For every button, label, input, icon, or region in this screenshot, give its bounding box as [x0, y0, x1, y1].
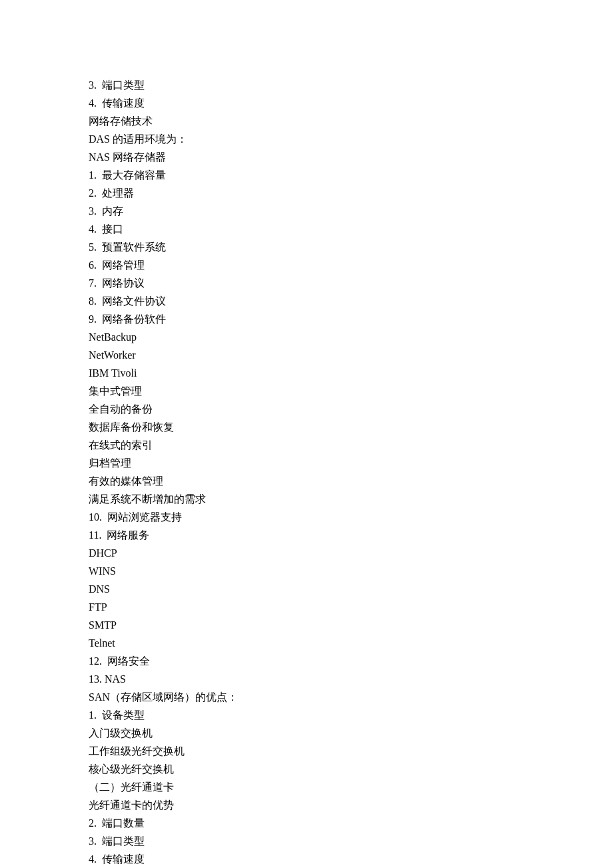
text-line: NetBackup	[89, 328, 613, 346]
text-line: 13. NAS	[89, 670, 613, 688]
text-line: SAN（存储区域网络）的优点：	[89, 688, 613, 706]
text-line: 网络存储技术	[89, 112, 613, 130]
text-line: 4. 传输速度	[89, 850, 613, 868]
text-line: IBM Tivoli	[89, 364, 613, 382]
text-line: 11. 网络服务	[89, 526, 613, 544]
text-line: 入门级交换机	[89, 724, 613, 742]
text-line: 3. 内存	[89, 202, 613, 220]
text-line: 1. 最大存储容量	[89, 166, 613, 184]
text-line: （二）光纤通道卡	[89, 778, 613, 796]
text-line: 归档管理	[89, 454, 613, 472]
text-line: 4. 接口	[89, 220, 613, 238]
text-line: DAS 的适用环境为：	[89, 130, 613, 148]
text-line: 3. 端口类型	[89, 832, 613, 850]
text-line: 在线式的索引	[89, 436, 613, 454]
text-line: 9. 网络备份软件	[89, 310, 613, 328]
text-line: DHCP	[89, 544, 613, 562]
document-page: 3. 端口类型 4. 传输速度 网络存储技术 DAS 的适用环境为： NAS 网…	[0, 0, 613, 868]
text-line: FTP	[89, 598, 613, 616]
text-line: 12. 网络安全	[89, 652, 613, 670]
text-line: 2. 处理器	[89, 184, 613, 202]
text-line: 3. 端口类型	[89, 76, 613, 94]
text-line: 6. 网络管理	[89, 256, 613, 274]
text-line: 满足系统不断增加的需求	[89, 490, 613, 508]
text-line: WINS	[89, 562, 613, 580]
text-line: 10. 网站浏览器支持	[89, 508, 613, 526]
text-line: NetWorker	[89, 346, 613, 364]
text-line: 光纤通道卡的优势	[89, 796, 613, 814]
text-line: 集中式管理	[89, 382, 613, 400]
text-line: 有效的媒体管理	[89, 472, 613, 490]
text-line: NAS 网络存储器	[89, 148, 613, 166]
text-line: 2. 端口数量	[89, 814, 613, 832]
text-line: 7. 网络协议	[89, 274, 613, 292]
text-line: SMTP	[89, 616, 613, 634]
text-line: 全自动的备份	[89, 400, 613, 418]
text-line: DNS	[89, 580, 613, 598]
text-line: 核心级光纤交换机	[89, 760, 613, 778]
text-line: 5. 预置软件系统	[89, 238, 613, 256]
text-line: 1. 设备类型	[89, 706, 613, 724]
text-line: 数据库备份和恢复	[89, 418, 613, 436]
text-line: 8. 网络文件协议	[89, 292, 613, 310]
text-line: Telnet	[89, 634, 613, 652]
text-line: 4. 传输速度	[89, 94, 613, 112]
text-line: 工作组级光纤交换机	[89, 742, 613, 760]
